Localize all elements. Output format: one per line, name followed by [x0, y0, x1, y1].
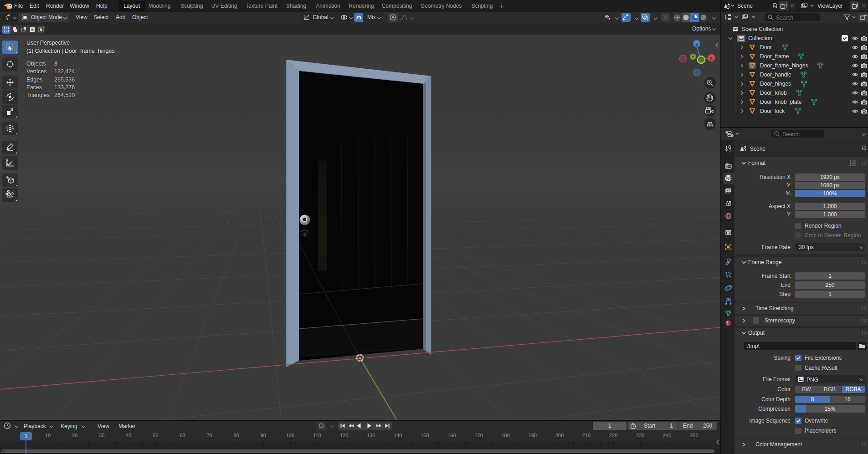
- svg-text:Y: Y: [692, 55, 694, 59]
- svg-text:Z: Z: [695, 42, 698, 46]
- svg-text:X: X: [710, 56, 713, 61]
